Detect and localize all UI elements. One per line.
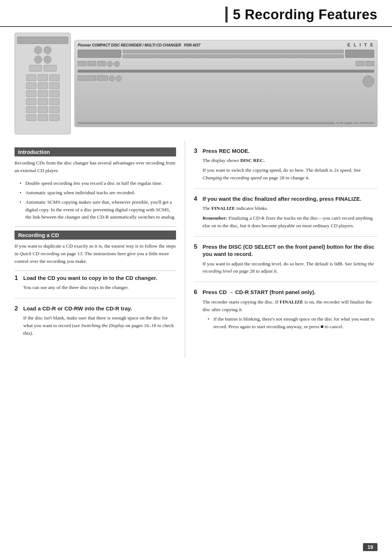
step-2-number: 2 (15, 305, 20, 312)
page-wrapper: 5 Recording Features (0, 0, 392, 554)
step-6-body1: The recorder starts copying the disc. If… (194, 298, 377, 314)
recording-cd-header: Recording a CD (15, 231, 176, 240)
intro-bullet-list: Double speed recording lets you record a… (15, 180, 176, 221)
intro-body: Recording CDs from the disc changer has … (15, 159, 176, 175)
unit-display2 (345, 50, 374, 58)
step-4-heading: 4 If you want the disc finalized after r… (194, 195, 377, 203)
step-6-heading: 6 Press CD → CD-R START (front panel onl… (194, 289, 377, 296)
remote-btn (44, 56, 52, 64)
step-5-block: 5 Press the DISC (CD SELECT on the front… (194, 243, 377, 282)
page-number-bar: 19 (0, 540, 392, 554)
unit-button (356, 61, 364, 66)
remote-btn (26, 98, 36, 105)
step-6-block: 6 Press CD → CD-R START (front panel onl… (194, 289, 377, 339)
remote-btn (38, 90, 48, 97)
step-5-heading: 5 Press the DISC (CD SELECT on the front… (194, 243, 377, 258)
device-remote (15, 33, 71, 134)
remote-btn (29, 65, 42, 72)
step-5-title: Press the DISC (CD SELECT on the front p… (203, 243, 377, 258)
right-column: 3 Press REC MODE. The display shows DISC… (185, 141, 392, 358)
step-3-display: The display shows DISC REC. (194, 157, 377, 164)
page-header: 5 Recording Features (0, 0, 392, 27)
remote-btn (34, 46, 42, 54)
unit-disc-slot (78, 70, 374, 73)
unit-button (366, 61, 374, 66)
step-1-title: Load the CD you want to copy in to the C… (23, 274, 157, 282)
left-column: Introduction Recording CDs from the disc… (0, 141, 185, 358)
unit-display (78, 50, 121, 58)
step-4-title: If you want the disc finalized after rec… (203, 195, 362, 203)
bullet-item-2: Automatic spacing when individual tracks… (20, 189, 176, 196)
unit-button (116, 76, 122, 81)
page-number: 19 (363, 543, 377, 551)
remote-btn (38, 98, 48, 105)
step-1-block: 1 Load the CD you want to copy in to the… (15, 274, 176, 298)
unit-button (78, 76, 96, 81)
elite-logo: E L I T E (347, 42, 374, 48)
unit-button (109, 76, 115, 81)
step-6-title: Press CD → CD-R START (front panel only)… (203, 289, 315, 296)
remote-btn (38, 74, 48, 81)
title-accent (225, 7, 228, 23)
unit-panel-section (123, 50, 344, 53)
intro-header: Introduction (15, 147, 176, 156)
remote-btn (49, 74, 60, 81)
step-1-body: You can use any of the three disc trays … (15, 284, 176, 292)
divider (15, 270, 176, 271)
step-3-number: 3 (194, 147, 200, 155)
remote-btn (26, 74, 36, 81)
remote-btn (49, 98, 60, 105)
unit-bottom-row: Hi-bit Legato Link Conversion (78, 121, 374, 125)
device-image-area: Pioneer COMPACT DISC RECORDER / MULTI CD… (0, 27, 392, 134)
remote-btn (38, 106, 48, 113)
step-4-number: 4 (194, 195, 200, 203)
divider (15, 227, 176, 227)
remote-btn (26, 82, 36, 89)
step-1-number: 1 (15, 274, 20, 282)
unit-bar (78, 122, 335, 124)
step-3-heading: 3 Press REC MODE. (194, 147, 377, 155)
remote-btn (44, 46, 52, 54)
remote-btn (38, 114, 48, 121)
recording-cd-body: If you want to duplicate a CD exactly as… (15, 243, 176, 265)
step-6-bullet-1: If the button is blinking, there's not e… (208, 315, 377, 330)
step-4-indicator: The FINALIZE indicator blinks. (194, 205, 377, 212)
unit-button (87, 61, 96, 66)
unit-buttons-row (78, 61, 374, 67)
step-5-body: If you want to adjust the recording leve… (194, 260, 377, 276)
unit-button (97, 61, 106, 66)
unit-knob (363, 76, 374, 87)
recording-cd-section: Recording a CD If you want to duplicate … (15, 231, 176, 265)
unit-label: Hi-bit Legato Link Conversion (336, 121, 374, 125)
step-4-remember: Remember: Finalizing a CD-R fixes the tr… (194, 215, 377, 230)
bullet-item-3: Automatic SCMS copying makes sure that, … (20, 199, 176, 221)
step-3-body: If you want to switch the copying speed,… (194, 167, 377, 182)
remote-btn (38, 82, 48, 89)
remote-btn (49, 90, 60, 97)
step-2-title: Load a CD-R or CD-RW into the CD-R tray. (23, 305, 132, 312)
pioneer-logo: Pioneer COMPACT DISC RECORDER / MULTI CD… (78, 43, 200, 47)
step-2-body: If the disc isn't blank, make sure that … (15, 314, 176, 337)
remote-btn (49, 82, 60, 89)
device-unit-inner: Pioneer COMPACT DISC RECORDER / MULTI CD… (75, 40, 377, 127)
main-content: Introduction Recording CDs from the disc… (0, 141, 392, 358)
unit-button (78, 61, 86, 66)
intro-section: Introduction Recording CDs from the disc… (15, 147, 176, 221)
step-2-block: 2 Load a CD-R or CD-RW into the CD-R tra… (15, 305, 176, 344)
unit-buttons-row2 (78, 76, 374, 87)
step-6-bullet-list: If the button is blinking, there's not e… (194, 315, 377, 330)
step-4-block: 4 If you want the disc finalized after r… (194, 195, 377, 237)
bullet-item-1: Double speed recording lets you record a… (20, 180, 176, 187)
remote-display (17, 37, 68, 44)
unit-panel-section (123, 54, 344, 58)
step-3-block: 3 Press REC MODE. The display shows DISC… (194, 147, 377, 189)
step-1-heading: 1 Load the CD you want to copy in to the… (15, 274, 176, 282)
step-6-number: 6 (194, 289, 200, 296)
unit-display-row (78, 50, 374, 58)
step-2-heading: 2 Load a CD-R or CD-RW into the CD-R tra… (15, 305, 176, 312)
remote-btn (49, 106, 60, 113)
unit-top-bar: Pioneer COMPACT DISC RECORDER / MULTI CD… (78, 42, 374, 48)
remote-btn (44, 65, 57, 72)
remote-btn (26, 114, 36, 121)
unit-button (97, 76, 108, 81)
